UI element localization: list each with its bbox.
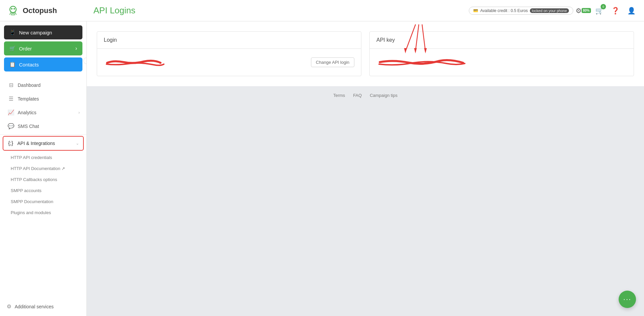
footer-links: Terms FAQ Campaign tips bbox=[333, 93, 398, 98]
octopush-logo-icon bbox=[7, 4, 19, 17]
http-api-docs-label: HTTP API Documentation ↗ bbox=[11, 166, 65, 171]
mobile-icon: 📱 bbox=[9, 29, 16, 35]
cart-icon-btn[interactable]: 🛒 0 bbox=[593, 5, 605, 17]
sidebar-subitem-smpp-accounts[interactable]: SMPP accounts bbox=[0, 185, 86, 196]
terms-link[interactable]: Terms bbox=[333, 93, 345, 98]
contacts-label: Contacts bbox=[19, 62, 39, 67]
sidebar-item-analytics[interactable]: 📈 Analytics › bbox=[0, 106, 86, 119]
order-chevron-icon: › bbox=[75, 45, 77, 51]
dashboard-icon: ⊟ bbox=[8, 82, 14, 88]
credit-badge: 💳 Available credit : 0.5 Euros locked on… bbox=[469, 7, 573, 15]
main-layout: 📱 New campaign 🛒 Order › 📋 Contacts ⊟ Da… bbox=[0, 21, 644, 316]
user-icon-btn[interactable]: 👤 bbox=[625, 5, 637, 17]
chat-bubble[interactable]: ··· bbox=[619, 291, 636, 308]
smpp-accounts-label: SMPP accounts bbox=[11, 188, 41, 193]
sidebar-subitem-http-api-docs[interactable]: HTTP API Documentation ↗ bbox=[0, 163, 86, 174]
smpp-docs-label: SMPP Documentation bbox=[11, 199, 53, 204]
credit-locked: locked on your phone bbox=[530, 8, 569, 13]
logo-area: Octopush bbox=[7, 4, 93, 17]
svg-point-2 bbox=[13, 8, 15, 9]
header-right: 💳 Available credit : 0.5 Euros locked on… bbox=[469, 5, 637, 17]
api-key-card-header: API key bbox=[370, 32, 634, 49]
api-integrations-icon: {;} bbox=[7, 140, 14, 146]
app-name: Octopush bbox=[23, 6, 57, 15]
new-campaign-label: New campaign bbox=[19, 30, 52, 35]
login-card-header: Login bbox=[97, 32, 361, 49]
api-key-card-body bbox=[370, 49, 634, 76]
sidebar-item-additional-services[interactable]: ⚙ Additional services bbox=[0, 300, 86, 313]
help-icon: ❓ bbox=[611, 7, 620, 15]
order-label: Order bbox=[19, 46, 32, 51]
svg-point-0 bbox=[10, 6, 16, 12]
login-value bbox=[104, 57, 311, 68]
contacts-button[interactable]: 📋 Contacts bbox=[4, 57, 82, 71]
credit-label: Available credit : 0.5 Euros bbox=[480, 8, 528, 13]
http-callbacks-label: HTTP Callbacks options bbox=[11, 177, 57, 182]
sidebar-item-templates-label: Templates bbox=[18, 96, 39, 102]
content-footer: Terms FAQ Campaign tips bbox=[87, 86, 644, 316]
contacts-icon: 📋 bbox=[9, 61, 16, 67]
templates-icon: ☰ bbox=[8, 96, 14, 102]
login-redacted bbox=[104, 57, 171, 67]
order-icon: 🛒 bbox=[9, 45, 16, 51]
sidebar-item-sms-chat-label: SMS Chat bbox=[18, 124, 39, 129]
login-card: Login Change API login bbox=[97, 31, 361, 76]
svg-point-1 bbox=[11, 8, 13, 9]
svg-line-3 bbox=[10, 12, 11, 14]
sms-chat-icon: 💬 bbox=[8, 123, 14, 129]
additional-services-label: Additional services bbox=[15, 304, 54, 309]
api-key-value bbox=[376, 57, 627, 68]
gear-icon: ⚙ bbox=[576, 7, 582, 15]
cart-count: 0 bbox=[601, 4, 606, 9]
settings-icon-btn[interactable]: ⚙ 80% bbox=[577, 5, 589, 17]
api-integrations-chevron-icon: ⌄ bbox=[76, 141, 79, 146]
page-title: API Logins bbox=[93, 5, 469, 16]
campaign-tips-link[interactable]: Campaign tips bbox=[370, 93, 397, 98]
sidebar-item-analytics-label: Analytics bbox=[18, 110, 36, 115]
sidebar-item-api-integrations[interactable]: {;} API & Integrations ⌄ bbox=[3, 137, 83, 150]
credit-icon: 💳 bbox=[473, 8, 478, 13]
login-card-body: Change API login bbox=[97, 49, 361, 76]
sidebar-subitem-smpp-docs[interactable]: SMPP Documentation bbox=[0, 196, 86, 207]
content-main: Login Change API login API bbox=[87, 21, 644, 86]
chat-dots-icon: ··· bbox=[623, 295, 631, 304]
svg-line-4 bbox=[11, 12, 12, 15]
api-key-redacted bbox=[376, 57, 470, 67]
sidebar-subitem-http-api-credentials[interactable]: HTTP API credentials bbox=[0, 152, 86, 163]
nav-divider bbox=[0, 134, 86, 135]
new-campaign-button[interactable]: 📱 New campaign bbox=[4, 25, 82, 39]
analytics-chevron-icon: › bbox=[78, 110, 80, 115]
additional-services-icon: ⚙ bbox=[7, 303, 11, 310]
change-api-login-label: Change API login bbox=[316, 60, 349, 65]
sidebar-item-dashboard[interactable]: ⊟ Dashboard bbox=[0, 78, 86, 92]
percent-badge: 80% bbox=[582, 8, 591, 13]
header: Octopush API Logins 💳 Available credit :… bbox=[0, 0, 644, 21]
sidebar-subitem-http-callbacks[interactable]: HTTP Callbacks options bbox=[0, 174, 86, 185]
sidebar: 📱 New campaign 🛒 Order › 📋 Contacts ⊟ Da… bbox=[0, 21, 87, 316]
sidebar-item-api-integrations-section: {;} API & Integrations ⌄ bbox=[3, 136, 84, 151]
content-area: Login Change API login API bbox=[87, 21, 644, 316]
sidebar-item-sms-chat[interactable]: 💬 SMS Chat bbox=[0, 119, 86, 133]
svg-line-7 bbox=[15, 12, 16, 14]
change-api-login-button[interactable]: Change API login bbox=[311, 57, 354, 67]
svg-line-6 bbox=[14, 12, 15, 15]
http-api-credentials-label: HTTP API credentials bbox=[11, 155, 52, 160]
help-icon-btn[interactable]: ❓ bbox=[609, 5, 621, 17]
user-icon: 👤 bbox=[627, 7, 636, 15]
sidebar-footer: ⚙ Additional services bbox=[0, 297, 86, 316]
faq-link[interactable]: FAQ bbox=[353, 93, 362, 98]
plugins-label: Plugins and modules bbox=[11, 210, 51, 215]
sidebar-nav: ⊟ Dashboard ☰ Templates 📈 Analytics › 💬 … bbox=[0, 75, 86, 221]
sidebar-item-templates[interactable]: ☰ Templates bbox=[0, 92, 86, 106]
sidebar-subitem-plugins[interactable]: Plugins and modules bbox=[0, 207, 86, 218]
sidebar-item-api-integrations-label: API & Integrations bbox=[17, 141, 55, 146]
sidebar-top: 📱 New campaign 🛒 Order › 📋 Contacts bbox=[0, 21, 86, 75]
sidebar-item-dashboard-label: Dashboard bbox=[18, 83, 41, 88]
order-button[interactable]: 🛒 Order › bbox=[4, 41, 82, 55]
api-key-card: API key bbox=[369, 31, 634, 76]
analytics-icon: 📈 bbox=[8, 109, 14, 116]
